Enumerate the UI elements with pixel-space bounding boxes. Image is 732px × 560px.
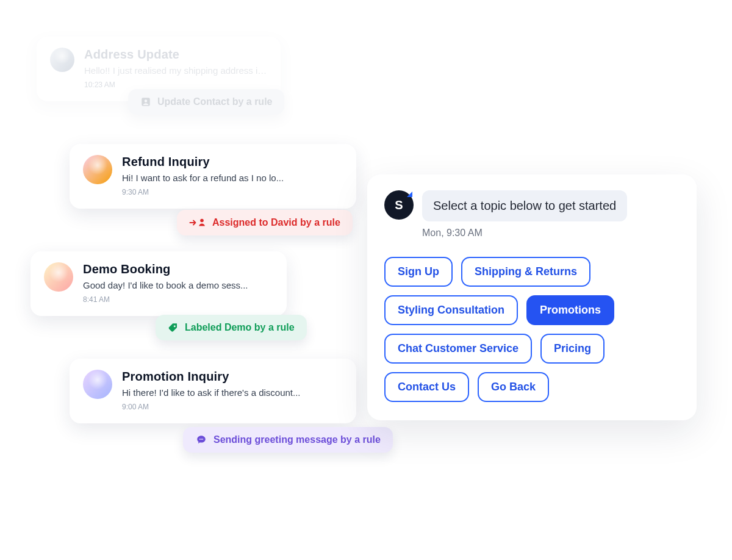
ticket-preview: Hi there! I'd like to ask if there's a d… [122, 387, 301, 398]
ticket-time: 9:30 AM [122, 188, 284, 196]
avatar [83, 370, 112, 399]
ticket-item[interactable]: Refund Inquiry Hi! I want to ask for a r… [37, 144, 415, 209]
bot-avatar: S [384, 190, 414, 220]
ticket-preview: Good day! I'd like to book a demo sess..… [83, 280, 248, 290]
rule-chip-greeting: Sending greeting message by a rule [183, 427, 393, 453]
topic-chat-customer-service[interactable]: Chat Customer Service [384, 334, 532, 364]
svg-point-5 [201, 439, 202, 440]
avatar [50, 48, 74, 72]
ticket-title: Promotion Inquiry [122, 370, 301, 384]
svg-point-6 [202, 439, 203, 440]
bot-initial: S [395, 198, 403, 212]
ticket-item[interactable]: Address Update Hello!! I just realised m… [37, 37, 415, 101]
chat-panel: S Select a topic below to get started Mo… [367, 174, 697, 420]
ticket-title: Address Update [84, 48, 267, 62]
avatar [83, 155, 112, 184]
svg-point-1 [145, 99, 148, 102]
ticket-time: 10:23 AM [84, 81, 267, 89]
rule-chip-label: Update Contact by a rule [157, 96, 272, 107]
topic-shipping-returns[interactable]: Shipping & Returns [461, 257, 590, 287]
rule-chip-label: Sending greeting message by a rule [214, 434, 381, 445]
rule-chip-assigned: Assigned to David by a rule [177, 210, 353, 235]
svg-point-4 [199, 439, 201, 440]
topic-styling-consultation[interactable]: Styling Consultation [384, 295, 518, 325]
ticket-time: 9:00 AM [122, 403, 301, 411]
avatar [44, 262, 73, 292]
ticket-item[interactable]: Demo Booking Good day! I'd like to book … [37, 251, 415, 316]
topic-go-back[interactable]: Go Back [478, 372, 549, 402]
ticket-time: 8:41 AM [83, 295, 248, 304]
bot-message: Select a topic below to get started [422, 190, 627, 221]
chat-timestamp: Mon, 9:30 AM [422, 228, 680, 239]
rule-chip-labeled: Labeled Demo by a rule [156, 315, 307, 340]
assign-icon [189, 217, 206, 228]
topic-contact-us[interactable]: Contact Us [384, 372, 469, 402]
rule-chip-update-contact: Update Contact by a rule [128, 89, 284, 115]
svg-point-2 [200, 219, 204, 223]
ticket-preview: Hi! I want to ask for a refund as I no l… [122, 173, 284, 183]
ticket-preview: Hello!! I just realised my shipping addr… [84, 65, 267, 76]
chat-icon [195, 434, 207, 445]
tag-icon [168, 322, 179, 333]
rule-chip-label: Labeled Demo by a rule [185, 322, 295, 333]
ticket-title: Refund Inquiry [122, 155, 284, 169]
bot-badge-icon [407, 192, 412, 197]
rule-chip-label: Assigned to David by a rule [212, 217, 340, 228]
contact-icon [140, 96, 151, 107]
svg-point-3 [174, 325, 176, 327]
ticket-title: Demo Booking [83, 262, 248, 276]
topic-sign-up[interactable]: Sign Up [384, 257, 453, 287]
ticket-item[interactable]: Promotion Inquiry Hi there! I'd like to … [37, 359, 415, 423]
tickets-column: Address Update Hello!! I just realised m… [37, 37, 415, 466]
topic-pricing[interactable]: Pricing [540, 334, 605, 364]
topic-grid: Sign Up Shipping & Returns Styling Consu… [384, 257, 680, 402]
topic-promotions[interactable]: Promotions [526, 295, 614, 325]
